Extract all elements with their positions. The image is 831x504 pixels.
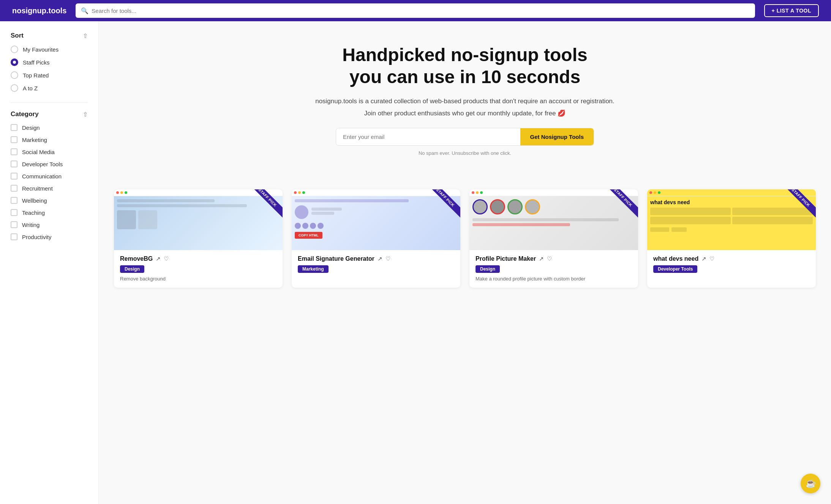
mock-row-1 bbox=[117, 199, 215, 202]
no-spam-text: No spam ever. Unsubscribe with one click… bbox=[309, 150, 621, 156]
mockup-profile bbox=[469, 189, 638, 250]
cat-checkbox-prod[interactable] bbox=[11, 233, 17, 240]
sort-option-staff[interactable]: Staff Picks bbox=[11, 58, 88, 66]
search-icon: 🔍 bbox=[81, 7, 88, 14]
card-thumb-profile: STAFF PICK bbox=[469, 189, 638, 250]
mock-row-email-1 bbox=[295, 199, 409, 202]
sort-radio-staff[interactable] bbox=[11, 58, 18, 66]
external-link-icon-devs[interactable]: ↗ bbox=[701, 255, 706, 262]
mock-row-profile-2 bbox=[472, 223, 570, 226]
mock-avatar bbox=[295, 205, 308, 219]
cat-label-well: Wellbeing bbox=[22, 197, 47, 204]
card-desc-removebg: Remove background bbox=[120, 276, 276, 282]
cat-checkbox-marketing[interactable] bbox=[11, 136, 17, 143]
card-profile[interactable]: STAFF PICK Profile Picture Maker ↗ ♡ Des… bbox=[469, 189, 638, 288]
mock-dot-green bbox=[125, 191, 127, 194]
card-title-row-removebg: RemoveBG ↗ ♡ bbox=[120, 255, 276, 262]
sort-option-atoz[interactable]: A to Z bbox=[11, 84, 88, 92]
page-body: Sort ⇧ My Favourites Staff Picks Top Rat… bbox=[0, 21, 831, 504]
cat-checkbox-recruit[interactable] bbox=[11, 185, 17, 192]
mock-dot-red-4 bbox=[649, 191, 652, 194]
mock-devs-item-3 bbox=[650, 217, 731, 224]
sort-radio-rated[interactable] bbox=[11, 71, 18, 79]
card-devs[interactable]: what devs need bbox=[647, 189, 816, 288]
cat-social-media[interactable]: Social Media bbox=[11, 148, 88, 155]
cat-label-marketing: Marketing bbox=[22, 137, 47, 143]
sort-option-rated[interactable]: Top Rated bbox=[11, 71, 88, 79]
email-input[interactable] bbox=[336, 128, 520, 145]
cat-checkbox-social[interactable] bbox=[11, 148, 17, 155]
mockup-removebg bbox=[114, 189, 283, 250]
mock-dot-red-3 bbox=[472, 191, 474, 194]
cat-developer-tools[interactable]: Developer Tools bbox=[11, 161, 88, 167]
mock-social-2 bbox=[302, 223, 308, 229]
category-title: Category bbox=[11, 110, 39, 118]
sort-label-atoz: A to Z bbox=[23, 85, 38, 91]
heart-icon-email[interactable]: ♡ bbox=[385, 255, 390, 262]
cat-writing[interactable]: Writing bbox=[11, 221, 88, 228]
cat-label-teach: Teaching bbox=[22, 209, 45, 216]
cat-checkbox-well[interactable] bbox=[11, 197, 17, 204]
card-body-removebg: RemoveBG ↗ ♡ Design Remove background bbox=[114, 250, 283, 288]
mock-image bbox=[117, 210, 136, 229]
mock-dot-green-2 bbox=[302, 191, 305, 194]
sort-option-favourites[interactable]: My Favourites bbox=[11, 46, 88, 53]
sort-chevron-icon[interactable]: ⇧ bbox=[83, 32, 88, 39]
cat-communication[interactable]: Communication bbox=[11, 173, 88, 180]
mock-image-bg bbox=[138, 210, 157, 229]
header: nosignup.tools 🔍 + LIST A TOOL bbox=[0, 0, 831, 21]
card-tag-email: Marketing bbox=[298, 265, 329, 273]
category-section-header: Category ⇧ bbox=[11, 110, 88, 118]
card-title-email: Email Signature Generator bbox=[298, 255, 374, 262]
mock-dot-green-4 bbox=[658, 191, 660, 194]
sort-radio-atoz[interactable] bbox=[11, 84, 18, 92]
cat-label-design: Design bbox=[22, 124, 40, 131]
cat-checkbox-write[interactable] bbox=[11, 221, 17, 228]
external-link-icon-email[interactable]: ↗ bbox=[378, 255, 382, 262]
cat-teaching[interactable]: Teaching bbox=[11, 209, 88, 216]
heart-icon-profile[interactable]: ♡ bbox=[547, 255, 552, 262]
card-body-email: Email Signature Generator ↗ ♡ Marketing bbox=[292, 250, 460, 282]
sort-radio-favourites[interactable] bbox=[11, 46, 18, 53]
mock-social-3 bbox=[310, 223, 316, 229]
card-tag-devs: Developer Tools bbox=[653, 265, 697, 273]
mock-social-1 bbox=[295, 223, 301, 229]
cat-wellbeing[interactable]: Wellbeing bbox=[11, 197, 88, 204]
hero-title: Handpicked no-signup toolsyou can use in… bbox=[309, 44, 621, 88]
list-tool-button[interactable]: + LIST A TOOL bbox=[764, 4, 819, 17]
mock-name bbox=[311, 208, 342, 211]
cat-label-recruit: Recruitment bbox=[22, 185, 53, 192]
cat-checkbox-design[interactable] bbox=[11, 124, 17, 131]
mock-devs-item-2 bbox=[732, 208, 813, 215]
coffee-button[interactable]: ☕ bbox=[801, 474, 820, 493]
cat-checkbox-comm[interactable] bbox=[11, 173, 17, 180]
card-body-devs: what devs need ↗ ♡ Developer Tools bbox=[647, 250, 816, 282]
cat-label-social: Social Media bbox=[22, 149, 55, 155]
cat-recruitment[interactable]: Recruitment bbox=[11, 185, 88, 192]
category-chevron-icon[interactable]: ⇧ bbox=[83, 111, 88, 118]
card-thumb-email: COPY HTML STAFF PICK bbox=[292, 189, 460, 250]
mock-dot-yellow-4 bbox=[654, 191, 656, 194]
cat-checkbox-dev[interactable] bbox=[11, 161, 17, 167]
card-removebg[interactable]: STAFF PICK RemoveBG ↗ ♡ Design Remove ba… bbox=[114, 189, 283, 288]
mock-dot-yellow-2 bbox=[298, 191, 301, 194]
site-logo[interactable]: nosignup.tools bbox=[12, 6, 66, 15]
heart-icon-devs[interactable]: ♡ bbox=[709, 255, 714, 262]
search-input[interactable] bbox=[92, 8, 749, 14]
cat-productivity[interactable]: Productivity bbox=[11, 233, 88, 240]
sort-label-staff: Staff Picks bbox=[23, 59, 50, 66]
cat-checkbox-teach[interactable] bbox=[11, 209, 17, 216]
external-link-icon-profile[interactable]: ↗ bbox=[539, 255, 544, 262]
external-link-icon-removebg[interactable]: ↗ bbox=[156, 255, 161, 262]
sort-label-rated: Top Rated bbox=[23, 72, 49, 79]
card-thumb-devs: what devs need bbox=[647, 189, 816, 250]
mock-dot-red bbox=[116, 191, 119, 194]
cat-design[interactable]: Design bbox=[11, 124, 88, 131]
mock-circle-2 bbox=[490, 199, 505, 214]
card-title-removebg: RemoveBG bbox=[120, 255, 153, 262]
mock-social-4 bbox=[318, 223, 324, 229]
card-email-sig[interactable]: COPY HTML STAFF PICK Email Signature Gen… bbox=[292, 189, 460, 288]
cta-button[interactable]: Get Nosignup Tools bbox=[520, 128, 594, 145]
heart-icon-removebg[interactable]: ♡ bbox=[164, 255, 169, 262]
cat-marketing[interactable]: Marketing bbox=[11, 136, 88, 143]
